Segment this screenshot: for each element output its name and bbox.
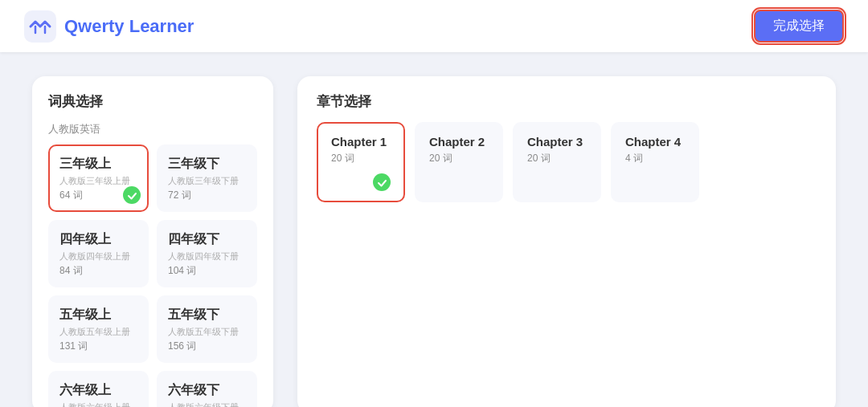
finish-button[interactable]: 完成选择 bbox=[754, 10, 844, 43]
chapter-check bbox=[331, 173, 391, 191]
dict-card-title: 五年级下 bbox=[168, 307, 246, 324]
chapter-card-title: Chapter 2 bbox=[429, 135, 489, 149]
dict-card-title: 六年级下 bbox=[168, 382, 246, 399]
dict-category-label: 人教版英语 bbox=[48, 122, 257, 136]
chapter-card-title: Chapter 4 bbox=[625, 135, 685, 149]
dict-card-grade4-down[interactable]: 四年级下 人教版四年级下册 104 词 bbox=[157, 220, 257, 287]
chapter-card-ch4[interactable]: Chapter 4 4 词 bbox=[611, 122, 699, 202]
dict-card-grade6-down[interactable]: 六年级下 人教版六年级下册 108 词 bbox=[157, 371, 257, 407]
dict-card-sub: 人教版三年级下册 bbox=[168, 175, 246, 187]
dict-card-grade5-up[interactable]: 五年级上 人教版五年级上册 131 词 bbox=[48, 295, 149, 363]
dict-card-grade5-down[interactable]: 五年级下 人教版五年级下册 156 词 bbox=[157, 295, 257, 363]
logo-title: Qwerty Learner bbox=[64, 16, 194, 37]
dict-card-grade4-up[interactable]: 四年级上 人教版四年级上册 84 词 bbox=[48, 220, 149, 287]
dict-card-grade6-up[interactable]: 六年级上 人教版六年级上册 130 词 bbox=[48, 371, 149, 407]
logo-area: Qwerty Learner bbox=[24, 10, 194, 43]
logo-icon bbox=[24, 10, 56, 43]
dict-card-sub: 人教版三年级上册 bbox=[59, 175, 137, 187]
dict-card-sub: 人教版六年级下册 bbox=[168, 401, 246, 407]
dict-card-count: 104 词 bbox=[168, 264, 246, 278]
dict-card-sub: 人教版五年级上册 bbox=[59, 326, 137, 338]
dict-card-title: 四年级下 bbox=[168, 231, 246, 248]
chapter-panel-title: 章节选择 bbox=[317, 92, 817, 111]
dict-card-count: 72 词 bbox=[168, 189, 246, 202]
chapter-card-count: 20 词 bbox=[331, 152, 391, 165]
chapter-grid: Chapter 1 20 词 Chapter 2 20 词 Chapter 3 … bbox=[317, 122, 817, 202]
dict-card-sub: 人教版六年级上册 bbox=[59, 401, 137, 407]
dict-card-sub: 人教版四年级上册 bbox=[59, 250, 137, 263]
dict-card-title: 三年级下 bbox=[168, 156, 246, 173]
dict-card-title: 三年级上 bbox=[59, 156, 137, 173]
dict-card-title: 五年级上 bbox=[59, 307, 137, 324]
dict-card-sub: 人教版五年级下册 bbox=[168, 326, 246, 338]
dict-panel: 词典选择 人教版英语 三年级上 人教版三年级上册 64 词 三年级下 人教版三年… bbox=[32, 76, 273, 407]
dict-card-count: 156 词 bbox=[168, 340, 246, 353]
main-content: 词典选择 人教版英语 三年级上 人教版三年级上册 64 词 三年级下 人教版三年… bbox=[0, 52, 868, 407]
dict-card-count: 84 词 bbox=[59, 264, 137, 278]
header: Qwerty Learner 完成选择 bbox=[0, 0, 868, 52]
dict-card-grade3-down[interactable]: 三年级下 人教版三年级下册 72 词 bbox=[157, 144, 257, 212]
check-badge bbox=[123, 186, 141, 204]
chapter-card-ch2[interactable]: Chapter 2 20 词 bbox=[415, 122, 503, 202]
dict-card-grade3-up[interactable]: 三年级上 人教版三年级上册 64 词 bbox=[48, 144, 149, 212]
chapter-card-count: 4 词 bbox=[625, 152, 685, 165]
dict-card-title: 四年级上 bbox=[59, 231, 137, 248]
check-badge bbox=[373, 173, 391, 191]
chapter-card-count: 20 词 bbox=[429, 152, 489, 165]
chapter-card-ch3[interactable]: Chapter 3 20 词 bbox=[513, 122, 601, 202]
chapter-card-count: 20 词 bbox=[527, 152, 587, 165]
dict-grid: 三年级上 人教版三年级上册 64 词 三年级下 人教版三年级下册 72 词 四年… bbox=[48, 144, 257, 407]
dict-card-sub: 人教版四年级下册 bbox=[168, 250, 246, 263]
chapter-card-ch1[interactable]: Chapter 1 20 词 bbox=[317, 122, 405, 202]
dict-card-count: 131 词 bbox=[59, 340, 137, 353]
chapter-panel: 章节选择 Chapter 1 20 词 Chapter 2 20 词 Chapt… bbox=[297, 76, 836, 407]
dict-panel-title: 词典选择 bbox=[48, 92, 257, 111]
chapter-card-title: Chapter 1 bbox=[331, 135, 391, 149]
dict-card-title: 六年级上 bbox=[59, 382, 137, 399]
chapter-card-title: Chapter 3 bbox=[527, 135, 587, 149]
